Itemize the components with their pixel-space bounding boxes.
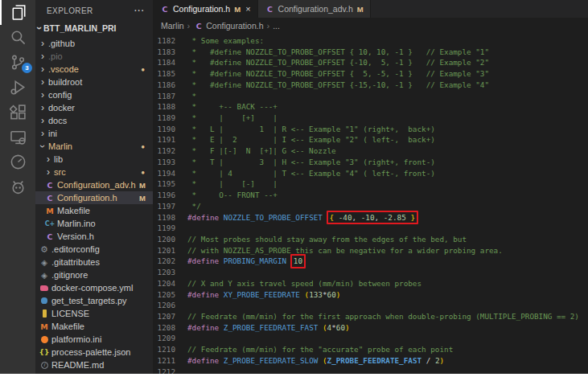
- item-label: docker: [48, 103, 75, 113]
- file-item-get-test-targets-py[interactable]: get_test_targets.py: [35, 294, 153, 307]
- code-line[interactable]: 1187 *: [153, 91, 588, 102]
- file-item-process-palette-json[interactable]: {}process-palette.json: [35, 346, 153, 359]
- line-content: * | [+] |: [187, 113, 278, 124]
- code-line[interactable]: 1190 * L | 1 | R <-- Example "1" (right+…: [153, 124, 588, 135]
- folder-item-src[interactable]: ›src●: [35, 166, 153, 178]
- tab-modified-badge: M: [234, 5, 241, 14]
- folder-item-buildroot[interactable]: ›buildroot: [35, 76, 153, 88]
- folder-item--github[interactable]: ›.github: [35, 37, 153, 50]
- extensions-icon[interactable]: [0, 100, 35, 125]
- breadcrumb-item[interactable]: Marlin: [161, 21, 184, 31]
- code-line[interactable]: 1184 * #define NOZZLE_TO_PROBE_OFFSET {-…: [153, 57, 588, 68]
- braces-file-icon: {}: [39, 348, 50, 356]
- file-item-platformio-ini[interactable]: platformio.ini: [35, 333, 153, 346]
- line-number: 1192: [153, 145, 175, 157]
- code-line[interactable]: 1210// Feedrate (mm/min) for the "accura…: [153, 344, 588, 355]
- line-number: 1198: [153, 212, 175, 223]
- tab-configuration-h[interactable]: CConfiguration.hM×: [153, 0, 258, 18]
- source-control-icon[interactable]: 3: [0, 50, 35, 75]
- pio-home-icon[interactable]: [0, 150, 35, 174]
- more-actions-icon[interactable]: ···: [134, 6, 145, 15]
- item-label: Configuration_adv.h: [57, 180, 136, 190]
- code-line[interactable]: 1195 * | [-] |: [153, 178, 588, 190]
- code-line[interactable]: 1198#define NOZZLE_TO_PROBE_OFFSET { -40…: [153, 212, 588, 223]
- code-line[interactable]: 1185 * #define NOZZLE_TO_PROBE_OFFSET { …: [153, 68, 588, 80]
- item-label: config: [48, 90, 72, 100]
- line-content: // Feedrate (mm/min) for the "accurate" …: [187, 344, 453, 355]
- project-root-item[interactable]: › BTT_MARLIN_PRI: [35, 21, 153, 35]
- code-line[interactable]: 1188 * +-- BACK ---+: [153, 101, 588, 113]
- code-line[interactable]: 1183 * #define NOZZLE_TO_PROBE_OFFSET { …: [153, 47, 588, 58]
- git-modified-dot-icon: ●: [141, 66, 145, 73]
- file-item-license[interactable]: LICENSE: [35, 307, 153, 320]
- folder-item--pio[interactable]: ›.pio: [35, 50, 153, 63]
- code-line[interactable]: 1202#define PROBING_MARGIN 10: [153, 256, 588, 267]
- file-item-makefile[interactable]: MMakefile: [35, 320, 153, 333]
- file-item-docker-compose-yml[interactable]: docker-compose.yml: [35, 281, 153, 294]
- chevron-right-icon: ›: [44, 155, 52, 163]
- folder-item-docker[interactable]: ›docker: [35, 101, 153, 114]
- code-line[interactable]: 1186 * #define NOZZLE_TO_PROBE_OFFSET {-…: [153, 80, 588, 91]
- line-content: * L | 1 | R <-- Example "1" (right+, bac…: [187, 124, 435, 135]
- code-line[interactable]: 1209: [153, 333, 588, 344]
- code-line[interactable]: 1211#define Z_PROBE_FEEDRATE_SLOW (Z_PRO…: [153, 355, 588, 367]
- folder-item-config[interactable]: ›config: [35, 88, 153, 101]
- remote-explorer-icon[interactable]: [0, 125, 35, 150]
- chevron-right-icon: ›: [39, 52, 47, 60]
- code-line[interactable]: 1201// with NOZZLE_AS_PROBE this can be …: [153, 245, 588, 256]
- line-content: // Most probes should stay away from the…: [187, 234, 467, 245]
- code-line[interactable]: 1191 * E | 2 | I <-- Example "2" ( left-…: [153, 134, 588, 145]
- file-item--editorconfig[interactable]: ⚙.editorconfig: [35, 243, 153, 256]
- breadcrumb-label: Marlin: [161, 21, 184, 31]
- line-number: 1195: [153, 178, 175, 190]
- code-line[interactable]: 1189 * | [+] |: [153, 113, 588, 124]
- code-line[interactable]: 1192 * F |[-] N [+]| G <-- Nozzle: [153, 145, 588, 157]
- project-root-label: BTT_MARLIN_PRI: [43, 23, 116, 33]
- close-icon[interactable]: ×: [245, 4, 250, 14]
- file-item-version-h[interactable]: CVersion.h: [35, 230, 153, 243]
- chevron-right-icon: ›: [39, 78, 47, 86]
- breadcrumb-item[interactable]: CConfiguration.h: [193, 21, 263, 31]
- code-line[interactable]: 1212: [153, 367, 588, 374]
- search-icon[interactable]: [0, 25, 35, 50]
- file-item--gitattributes[interactable]: ◈.gitattributes: [35, 256, 153, 268]
- code-line[interactable]: 1206: [153, 300, 588, 311]
- file-item-marlin-ino[interactable]: C+Marlin.ino: [35, 217, 153, 230]
- folder-item-ini[interactable]: ›ini: [35, 127, 153, 140]
- file-item-configuration-h[interactable]: CConfiguration.hM: [35, 191, 153, 204]
- code-line[interactable]: 1199: [153, 223, 588, 234]
- file-item-readme-md[interactable]: iREADME.md: [35, 359, 153, 371]
- code-line[interactable]: 1205#define XY_PROBE_FEEDRATE (133*60): [153, 289, 588, 301]
- python-file-icon: [39, 297, 50, 304]
- line-number: 1197: [153, 201, 175, 212]
- code-line[interactable]: 1196 * O-- FRONT --+: [153, 190, 588, 201]
- chevron-right-icon: ›: [39, 65, 47, 73]
- code-line[interactable]: 1194 * | 4 | T <-- Example "4" ( left-, …: [153, 168, 588, 179]
- code-line[interactable]: 1182 * Some examples:: [153, 35, 588, 47]
- file-item--gitignore[interactable]: ◈.gitignore: [35, 268, 153, 281]
- code-line[interactable]: 1204// X and Y axis travel speed (mm/min…: [153, 278, 588, 289]
- explorer-icon[interactable]: [0, 0, 35, 25]
- folder-item-docs[interactable]: ›docs: [35, 114, 153, 127]
- line-content: * | [-] |: [187, 178, 278, 190]
- platformio-icon[interactable]: [0, 174, 35, 199]
- tab-configuration-adv-h[interactable]: CConfiguration_adv.hM: [258, 0, 371, 18]
- code-line[interactable]: 1200// Most probes should stay away from…: [153, 234, 588, 245]
- code-line[interactable]: 1207// Feedrate (mm/min) for the first a…: [153, 311, 588, 322]
- folder-item-lib[interactable]: ›lib: [35, 153, 153, 166]
- code-line[interactable]: 1203: [153, 267, 588, 278]
- run-debug-icon[interactable]: [0, 75, 35, 100]
- folder-item--vscode[interactable]: ›.vscode●: [35, 63, 153, 76]
- file-item-makefile[interactable]: MMakefile: [35, 204, 153, 217]
- chevron-right-icon: ›: [39, 104, 47, 112]
- line-number: 1199: [153, 223, 175, 234]
- folder-item-marlin[interactable]: ›Marlin●: [35, 140, 153, 153]
- line-number: 1205: [153, 289, 175, 301]
- code-editor[interactable]: 1182 * Some examples:1183 * #define NOZZ…: [153, 34, 588, 374]
- chevron-down-icon: ›: [35, 24, 43, 32]
- line-content: #define Z_PROBE_FEEDRATE_FAST (4*60): [187, 322, 350, 334]
- code-line[interactable]: 1208#define Z_PROBE_FEEDRATE_FAST (4*60): [153, 322, 588, 334]
- breadcrumb-item[interactable]: ...: [273, 21, 280, 31]
- file-item-configuration-adv-h[interactable]: CConfiguration_adv.hM: [35, 178, 153, 191]
- code-line[interactable]: 1193 * T | 3 | H <-- Example "3" (right+…: [153, 157, 588, 168]
